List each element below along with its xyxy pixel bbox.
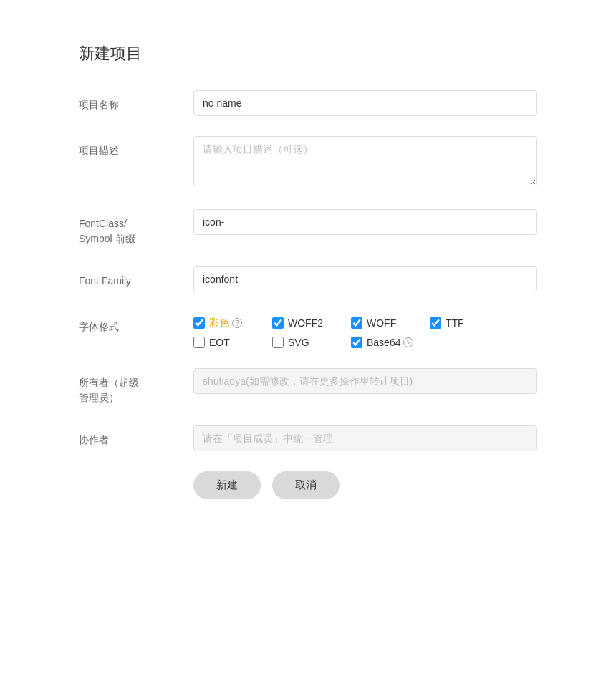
checkbox-eot[interactable]: EOT — [193, 337, 258, 348]
checkbox-ttf-input[interactable] — [430, 317, 441, 329]
base64-label: Base64 — [367, 337, 400, 348]
button-row: 新建 取消 — [79, 471, 537, 499]
project-name-row: 项目名称 — [79, 90, 537, 116]
project-name-field — [193, 90, 537, 116]
collaborators-input — [193, 425, 537, 451]
color-help-icon[interactable]: ? — [232, 318, 242, 328]
woff2-label: WOFF2 — [288, 317, 323, 329]
owner-label: 所有者（超级管理员） — [79, 368, 193, 405]
checkbox-base64-input[interactable] — [351, 337, 362, 348]
page-title: 新建项目 — [79, 43, 537, 64]
form-container: 新建项目 项目名称 项目描述 FontClass/Symbol 前缀 Font … — [50, 29, 566, 514]
base64-help-icon[interactable]: ? — [403, 337, 413, 347]
checkbox-woff-input[interactable] — [351, 317, 362, 329]
project-desc-input[interactable] — [193, 136, 537, 186]
eot-label: EOT — [209, 337, 230, 348]
font-class-row: FontClass/Symbol 前缀 — [79, 209, 537, 246]
ttf-label: TTF — [446, 317, 464, 329]
font-family-field — [193, 266, 537, 292]
color-label: 彩色 — [209, 317, 229, 329]
checkbox-eot-input[interactable] — [193, 337, 205, 348]
checkbox-svg[interactable]: SVG — [272, 337, 337, 348]
font-family-label: Font Family — [79, 266, 193, 289]
checkbox-woff[interactable]: WOFF — [351, 317, 415, 329]
collaborators-field — [193, 425, 537, 451]
woff-label: WOFF — [367, 317, 396, 329]
checkbox-ttf[interactable]: TTF — [430, 317, 494, 329]
font-format-label: 字体格式 — [79, 312, 193, 334]
collaborators-label: 协作者 — [79, 425, 193, 448]
project-name-label: 项目名称 — [79, 90, 193, 112]
checkbox-color[interactable]: 彩色 ? — [193, 317, 258, 329]
checkbox-base64[interactable]: Base64 ? — [351, 337, 415, 348]
checkbox-woff2-input[interactable] — [272, 317, 284, 329]
font-family-row: Font Family — [79, 266, 537, 292]
owner-row: 所有者（超级管理员） — [79, 368, 537, 405]
collaborators-row: 协作者 — [79, 425, 537, 451]
project-name-input[interactable] — [193, 90, 537, 116]
cancel-button[interactable]: 取消 — [272, 471, 340, 499]
font-format-field: 彩色 ? WOFF2 WOFF TTF — [193, 312, 537, 348]
checkbox-woff2[interactable]: WOFF2 — [272, 317, 337, 329]
font-class-input[interactable] — [193, 209, 537, 235]
font-format-row: 字体格式 彩色 ? WOFF2 WOFF — [79, 312, 537, 348]
font-class-field — [193, 209, 537, 235]
checkbox-color-input[interactable] — [193, 317, 205, 329]
owner-field — [193, 368, 537, 394]
submit-button[interactable]: 新建 — [193, 471, 261, 499]
checkbox-group: 彩色 ? WOFF2 WOFF TTF — [193, 312, 537, 348]
project-desc-label: 项目描述 — [79, 136, 193, 158]
font-class-label: FontClass/Symbol 前缀 — [79, 209, 193, 246]
owner-input — [193, 368, 537, 394]
checkbox-svg-input[interactable] — [272, 337, 284, 348]
font-family-input[interactable] — [193, 266, 537, 292]
svg-label: SVG — [288, 337, 309, 348]
project-desc-row: 项目描述 — [79, 136, 537, 189]
project-desc-field — [193, 136, 537, 189]
